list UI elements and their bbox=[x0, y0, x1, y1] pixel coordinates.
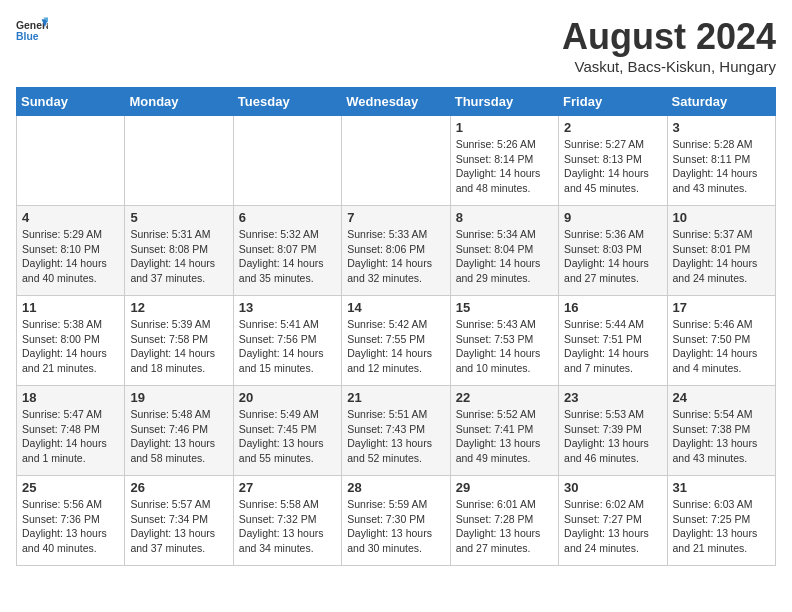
day-info: Sunrise: 5:33 AM Sunset: 8:06 PM Dayligh… bbox=[347, 227, 444, 286]
calendar-cell: 8Sunrise: 5:34 AM Sunset: 8:04 PM Daylig… bbox=[450, 206, 558, 296]
calendar-table: SundayMondayTuesdayWednesdayThursdayFrid… bbox=[16, 87, 776, 566]
col-header-saturday: Saturday bbox=[667, 88, 775, 116]
day-info: Sunrise: 6:02 AM Sunset: 7:27 PM Dayligh… bbox=[564, 497, 661, 556]
calendar-cell: 24Sunrise: 5:54 AM Sunset: 7:38 PM Dayli… bbox=[667, 386, 775, 476]
calendar-cell: 5Sunrise: 5:31 AM Sunset: 8:08 PM Daylig… bbox=[125, 206, 233, 296]
col-header-monday: Monday bbox=[125, 88, 233, 116]
day-info: Sunrise: 5:37 AM Sunset: 8:01 PM Dayligh… bbox=[673, 227, 770, 286]
day-info: Sunrise: 5:39 AM Sunset: 7:58 PM Dayligh… bbox=[130, 317, 227, 376]
day-info: Sunrise: 5:31 AM Sunset: 8:08 PM Dayligh… bbox=[130, 227, 227, 286]
day-number: 16 bbox=[564, 300, 661, 315]
calendar-cell: 20Sunrise: 5:49 AM Sunset: 7:45 PM Dayli… bbox=[233, 386, 341, 476]
calendar-cell: 2Sunrise: 5:27 AM Sunset: 8:13 PM Daylig… bbox=[559, 116, 667, 206]
day-number: 18 bbox=[22, 390, 119, 405]
day-number: 14 bbox=[347, 300, 444, 315]
header: General Blue August 2024 Vaskut, Bacs-Ki… bbox=[16, 16, 776, 75]
day-number: 27 bbox=[239, 480, 336, 495]
calendar-cell bbox=[233, 116, 341, 206]
day-number: 20 bbox=[239, 390, 336, 405]
calendar-cell: 1Sunrise: 5:26 AM Sunset: 8:14 PM Daylig… bbox=[450, 116, 558, 206]
day-number: 21 bbox=[347, 390, 444, 405]
day-number: 6 bbox=[239, 210, 336, 225]
day-number: 24 bbox=[673, 390, 770, 405]
calendar-cell: 11Sunrise: 5:38 AM Sunset: 8:00 PM Dayli… bbox=[17, 296, 125, 386]
day-info: Sunrise: 5:27 AM Sunset: 8:13 PM Dayligh… bbox=[564, 137, 661, 196]
day-info: Sunrise: 6:01 AM Sunset: 7:28 PM Dayligh… bbox=[456, 497, 553, 556]
day-number: 10 bbox=[673, 210, 770, 225]
calendar-cell: 15Sunrise: 5:43 AM Sunset: 7:53 PM Dayli… bbox=[450, 296, 558, 386]
col-header-friday: Friday bbox=[559, 88, 667, 116]
day-number: 29 bbox=[456, 480, 553, 495]
calendar-cell bbox=[17, 116, 125, 206]
calendar-cell: 17Sunrise: 5:46 AM Sunset: 7:50 PM Dayli… bbox=[667, 296, 775, 386]
calendar-cell: 14Sunrise: 5:42 AM Sunset: 7:55 PM Dayli… bbox=[342, 296, 450, 386]
day-number: 12 bbox=[130, 300, 227, 315]
day-number: 4 bbox=[22, 210, 119, 225]
calendar-cell: 25Sunrise: 5:56 AM Sunset: 7:36 PM Dayli… bbox=[17, 476, 125, 566]
week-row-4: 18Sunrise: 5:47 AM Sunset: 7:48 PM Dayli… bbox=[17, 386, 776, 476]
day-info: Sunrise: 5:46 AM Sunset: 7:50 PM Dayligh… bbox=[673, 317, 770, 376]
day-info: Sunrise: 5:26 AM Sunset: 8:14 PM Dayligh… bbox=[456, 137, 553, 196]
day-info: Sunrise: 5:49 AM Sunset: 7:45 PM Dayligh… bbox=[239, 407, 336, 466]
day-info: Sunrise: 5:53 AM Sunset: 7:39 PM Dayligh… bbox=[564, 407, 661, 466]
day-number: 17 bbox=[673, 300, 770, 315]
calendar-cell: 28Sunrise: 5:59 AM Sunset: 7:30 PM Dayli… bbox=[342, 476, 450, 566]
logo-icon: General Blue bbox=[16, 16, 48, 48]
week-row-5: 25Sunrise: 5:56 AM Sunset: 7:36 PM Dayli… bbox=[17, 476, 776, 566]
day-number: 30 bbox=[564, 480, 661, 495]
calendar-cell: 23Sunrise: 5:53 AM Sunset: 7:39 PM Dayli… bbox=[559, 386, 667, 476]
day-number: 23 bbox=[564, 390, 661, 405]
day-number: 3 bbox=[673, 120, 770, 135]
calendar-cell: 27Sunrise: 5:58 AM Sunset: 7:32 PM Dayli… bbox=[233, 476, 341, 566]
day-info: Sunrise: 5:58 AM Sunset: 7:32 PM Dayligh… bbox=[239, 497, 336, 556]
calendar-cell: 19Sunrise: 5:48 AM Sunset: 7:46 PM Dayli… bbox=[125, 386, 233, 476]
day-number: 28 bbox=[347, 480, 444, 495]
logo: General Blue bbox=[16, 16, 48, 48]
day-info: Sunrise: 5:32 AM Sunset: 8:07 PM Dayligh… bbox=[239, 227, 336, 286]
calendar-cell: 30Sunrise: 6:02 AM Sunset: 7:27 PM Dayli… bbox=[559, 476, 667, 566]
day-info: Sunrise: 5:48 AM Sunset: 7:46 PM Dayligh… bbox=[130, 407, 227, 466]
day-info: Sunrise: 5:44 AM Sunset: 7:51 PM Dayligh… bbox=[564, 317, 661, 376]
day-number: 15 bbox=[456, 300, 553, 315]
week-row-2: 4Sunrise: 5:29 AM Sunset: 8:10 PM Daylig… bbox=[17, 206, 776, 296]
day-number: 1 bbox=[456, 120, 553, 135]
day-number: 26 bbox=[130, 480, 227, 495]
day-info: Sunrise: 5:42 AM Sunset: 7:55 PM Dayligh… bbox=[347, 317, 444, 376]
calendar-cell: 21Sunrise: 5:51 AM Sunset: 7:43 PM Dayli… bbox=[342, 386, 450, 476]
day-info: Sunrise: 6:03 AM Sunset: 7:25 PM Dayligh… bbox=[673, 497, 770, 556]
day-info: Sunrise: 5:29 AM Sunset: 8:10 PM Dayligh… bbox=[22, 227, 119, 286]
day-number: 25 bbox=[22, 480, 119, 495]
day-info: Sunrise: 5:47 AM Sunset: 7:48 PM Dayligh… bbox=[22, 407, 119, 466]
day-info: Sunrise: 5:56 AM Sunset: 7:36 PM Dayligh… bbox=[22, 497, 119, 556]
calendar-cell: 3Sunrise: 5:28 AM Sunset: 8:11 PM Daylig… bbox=[667, 116, 775, 206]
day-info: Sunrise: 5:36 AM Sunset: 8:03 PM Dayligh… bbox=[564, 227, 661, 286]
day-number: 9 bbox=[564, 210, 661, 225]
day-info: Sunrise: 5:34 AM Sunset: 8:04 PM Dayligh… bbox=[456, 227, 553, 286]
calendar-cell: 13Sunrise: 5:41 AM Sunset: 7:56 PM Dayli… bbox=[233, 296, 341, 386]
calendar-cell: 16Sunrise: 5:44 AM Sunset: 7:51 PM Dayli… bbox=[559, 296, 667, 386]
calendar-cell: 29Sunrise: 6:01 AM Sunset: 7:28 PM Dayli… bbox=[450, 476, 558, 566]
day-number: 19 bbox=[130, 390, 227, 405]
day-info: Sunrise: 5:41 AM Sunset: 7:56 PM Dayligh… bbox=[239, 317, 336, 376]
day-info: Sunrise: 5:38 AM Sunset: 8:00 PM Dayligh… bbox=[22, 317, 119, 376]
col-header-wednesday: Wednesday bbox=[342, 88, 450, 116]
calendar-cell bbox=[125, 116, 233, 206]
title-area: August 2024 Vaskut, Bacs-Kiskun, Hungary bbox=[562, 16, 776, 75]
calendar-header-row: SundayMondayTuesdayWednesdayThursdayFrid… bbox=[17, 88, 776, 116]
col-header-thursday: Thursday bbox=[450, 88, 558, 116]
day-info: Sunrise: 5:52 AM Sunset: 7:41 PM Dayligh… bbox=[456, 407, 553, 466]
calendar-cell: 10Sunrise: 5:37 AM Sunset: 8:01 PM Dayli… bbox=[667, 206, 775, 296]
subtitle: Vaskut, Bacs-Kiskun, Hungary bbox=[562, 58, 776, 75]
day-info: Sunrise: 5:54 AM Sunset: 7:38 PM Dayligh… bbox=[673, 407, 770, 466]
calendar-cell: 6Sunrise: 5:32 AM Sunset: 8:07 PM Daylig… bbox=[233, 206, 341, 296]
day-info: Sunrise: 5:28 AM Sunset: 8:11 PM Dayligh… bbox=[673, 137, 770, 196]
day-info: Sunrise: 5:57 AM Sunset: 7:34 PM Dayligh… bbox=[130, 497, 227, 556]
calendar-cell: 12Sunrise: 5:39 AM Sunset: 7:58 PM Dayli… bbox=[125, 296, 233, 386]
calendar-cell: 9Sunrise: 5:36 AM Sunset: 8:03 PM Daylig… bbox=[559, 206, 667, 296]
day-number: 5 bbox=[130, 210, 227, 225]
day-number: 11 bbox=[22, 300, 119, 315]
col-header-sunday: Sunday bbox=[17, 88, 125, 116]
calendar-cell bbox=[342, 116, 450, 206]
main-title: August 2024 bbox=[562, 16, 776, 58]
calendar-cell: 7Sunrise: 5:33 AM Sunset: 8:06 PM Daylig… bbox=[342, 206, 450, 296]
